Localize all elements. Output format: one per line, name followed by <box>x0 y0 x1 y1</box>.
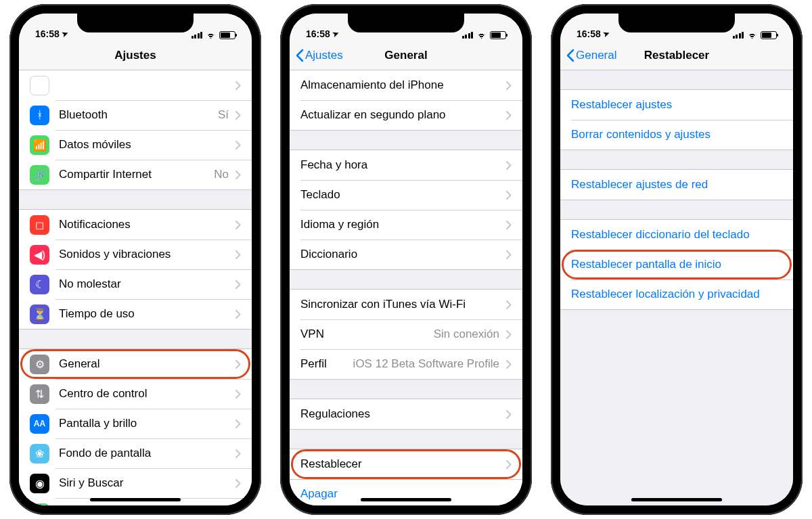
row-display[interactable]: AAPantalla y brillo <box>19 409 252 438</box>
nav-back-label: General <box>576 49 616 62</box>
home-indicator[interactable] <box>631 498 722 501</box>
nav-title: Restablecer <box>644 49 709 62</box>
row-reset-keyboard-dict[interactable]: Restablecer diccionario del teclado <box>560 220 793 250</box>
row-wallpaper[interactable]: ❀Fondo de pantalla <box>19 438 252 468</box>
row-reset-location[interactable]: Restablecer localización y privacidad <box>560 279 793 309</box>
row-dnd[interactable]: ☾No molestar <box>19 269 252 299</box>
settings-group: Regulaciones <box>290 399 522 430</box>
chevron-right-icon <box>506 410 512 419</box>
row-date-time[interactable]: Fecha y hora <box>290 150 522 180</box>
row-value: Sí <box>218 108 229 122</box>
row-reset-network[interactable]: Restablecer ajustes de red <box>560 170 793 200</box>
chevron-right-icon <box>506 161 512 170</box>
row-siri[interactable]: ◉Siri y Buscar <box>19 468 252 498</box>
row-label: Pantalla y brillo <box>59 417 229 430</box>
row-keyboard[interactable]: Teclado <box>290 180 522 210</box>
row-reset-home[interactable]: Restablecer pantalla de inicio <box>560 250 793 279</box>
battery-icon <box>219 31 235 39</box>
row-sounds[interactable]: ◀︎)Sonidos y vibraciones <box>19 240 252 269</box>
row-itunes-wifi[interactable]: Sincronizar con iTunes vía Wi-Fi <box>290 290 522 319</box>
row-screentime[interactable]: ⏳Tiempo de uso <box>19 299 252 329</box>
row-label: Restablecer pantalla de inicio <box>571 258 782 271</box>
row-general[interactable]: ⚙︎General <box>19 349 252 379</box>
chevron-right-icon <box>506 330 512 339</box>
row-reset[interactable]: Restablecer <box>290 449 522 479</box>
settings-group: Fecha y horaTecladoIdioma y regiónDiccio… <box>290 150 522 270</box>
row-bluetooth[interactable]: ᚼBluetoothSí <box>19 100 252 130</box>
row-cellular[interactable]: 📶Datos móviles <box>19 130 252 160</box>
row-label: Notificaciones <box>59 218 229 231</box>
wallpaper-icon: ❀ <box>30 444 49 464</box>
row-reset-settings[interactable]: Restablecer ajustes <box>560 90 793 120</box>
row-dictionary[interactable]: Diccionario <box>290 240 522 269</box>
location-icon: ➤ <box>61 28 70 39</box>
settings-list[interactable]: Restablecer ajustesBorrar contenidos y a… <box>560 70 793 505</box>
row-blank[interactable] <box>19 70 252 100</box>
chevron-right-icon <box>506 300 512 309</box>
row-label: Restablecer ajustes de red <box>571 178 782 191</box>
row-label: Tiempo de uso <box>59 307 229 321</box>
row-storage[interactable]: Almacenamiento del iPhone <box>290 70 522 100</box>
row-shutdown[interactable]: Apagar <box>290 480 522 505</box>
chevron-right-icon <box>235 221 241 229</box>
settings-group: Sincronizar con iTunes vía Wi-FiVPNSin c… <box>290 289 522 380</box>
nav-back-label: Ajustes <box>305 49 343 62</box>
chevron-right-icon <box>506 111 512 120</box>
row-erase-all[interactable]: Borrar contenidos y ajustes <box>560 120 793 150</box>
row-notifications[interactable]: ◻︎Notificaciones <box>19 210 252 240</box>
status-time: 16:58 <box>306 28 330 39</box>
chevron-right-icon <box>506 360 512 369</box>
row-profile[interactable]: PerfiliOS 12 Beta Software Profile <box>290 349 522 379</box>
row-regulatory[interactable]: Regulaciones <box>290 399 522 429</box>
row-language[interactable]: Idioma y región <box>290 210 522 240</box>
settings-group: Restablecer ajustes de red <box>560 169 793 200</box>
wifi-icon <box>206 32 216 39</box>
row-label: Bluetooth <box>59 108 218 122</box>
row-label: Fondo de pantalla <box>59 447 229 460</box>
nav-bar: GeneralRestablecer <box>560 41 793 70</box>
battery-icon <box>490 31 506 39</box>
row-label: General <box>59 357 229 371</box>
wifi-icon <box>476 32 487 39</box>
row-label: Idioma y región <box>300 218 499 231</box>
siri-icon: ◉ <box>30 474 49 493</box>
sounds-icon: ◀︎) <box>30 245 49 265</box>
row-label: Borrar contenidos y ajustes <box>571 128 782 141</box>
signal-icon <box>462 32 474 39</box>
row-label: Sonidos y vibraciones <box>59 248 229 261</box>
dnd-icon: ☾ <box>30 275 49 294</box>
nav-title: General <box>384 49 427 62</box>
settings-list[interactable]: ᚼBluetoothSí📶Datos móviles🔗Compartir Int… <box>19 70 252 505</box>
phone-2: 16:58➤GeneralRestablecerRestablecer ajus… <box>551 4 803 515</box>
row-background-refresh[interactable]: Actualizar en segundo plano <box>290 100 522 130</box>
row-vpn[interactable]: VPNSin conexión <box>290 319 522 349</box>
row-label: No molestar <box>59 277 229 291</box>
cellular-icon: 📶 <box>30 135 49 155</box>
status-time: 16:58 <box>35 28 60 39</box>
row-control-center[interactable]: ⇅Centro de control <box>19 379 252 409</box>
chevron-right-icon <box>506 221 512 229</box>
chevron-right-icon <box>506 81 512 90</box>
notch <box>618 14 735 32</box>
row-label: VPN <box>300 328 434 341</box>
blank-icon <box>30 76 49 95</box>
row-label: Restablecer diccionario del teclado <box>571 228 782 242</box>
nav-bar: Ajustes <box>19 41 252 70</box>
chevron-right-icon <box>235 449 241 458</box>
general-icon: ⚙︎ <box>30 355 49 374</box>
settings-group: ⚙︎General⇅Centro de controlAAPantalla y … <box>19 348 252 505</box>
nav-title: Ajustes <box>114 49 156 62</box>
settings-group: ᚼBluetoothSí📶Datos móviles🔗Compartir Int… <box>19 70 252 190</box>
home-indicator[interactable] <box>90 498 181 501</box>
row-label: Restablecer localización y privacidad <box>571 288 782 301</box>
row-hotspot[interactable]: 🔗Compartir InternetNo <box>19 160 252 189</box>
nav-bar: AjustesGeneral <box>290 41 522 70</box>
row-label: Diccionario <box>300 248 499 261</box>
settings-group: Almacenamiento del iPhoneActualizar en s… <box>290 70 522 131</box>
row-label: Almacenamiento del iPhone <box>300 78 499 92</box>
nav-back-button[interactable]: Ajustes <box>295 49 343 62</box>
home-indicator[interactable] <box>361 498 451 501</box>
location-icon: ➤ <box>602 28 611 39</box>
settings-list[interactable]: Almacenamiento del iPhoneActualizar en s… <box>290 70 522 505</box>
nav-back-button[interactable]: General <box>566 49 616 62</box>
